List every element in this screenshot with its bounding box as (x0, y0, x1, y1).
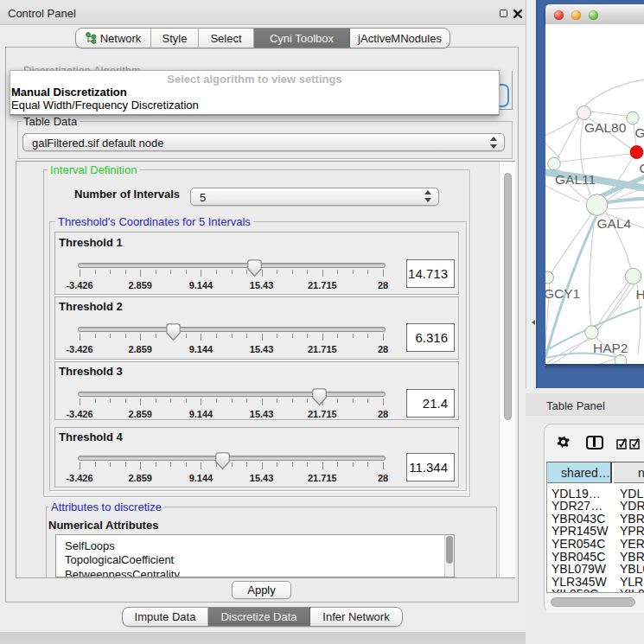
svg-text:GAL4: GAL4 (597, 216, 632, 231)
svg-text:C: C (640, 161, 644, 175)
svg-text:GCY1: GCY1 (545, 286, 580, 301)
svg-text:GAL11: GAL11 (555, 172, 596, 187)
svg-text:GA: GA (635, 125, 644, 140)
svg-text:GAL80: GAL80 (584, 120, 627, 135)
svg-text:HAP2: HAP2 (593, 341, 628, 355)
svg-text:H: H (636, 287, 644, 302)
